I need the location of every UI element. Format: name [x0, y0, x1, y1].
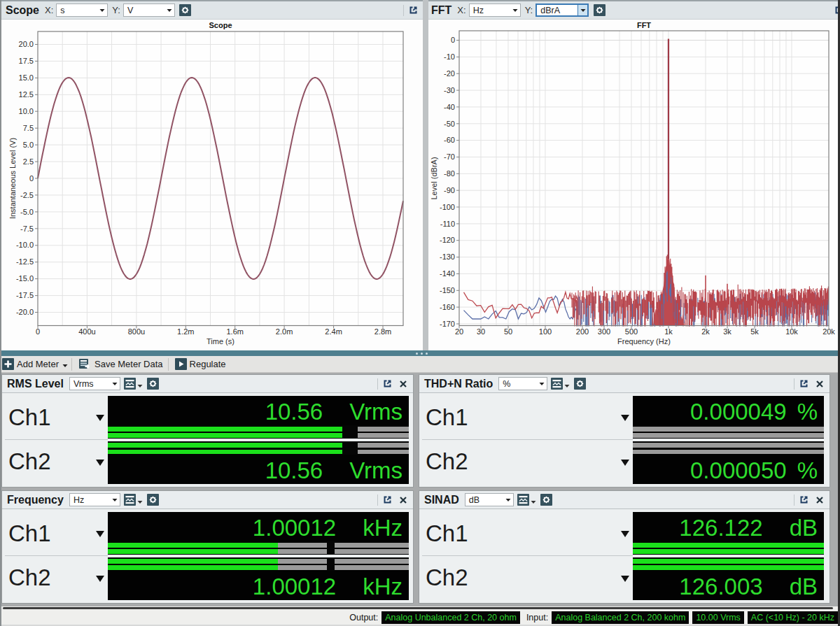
svg-text:0: 0	[36, 327, 40, 336]
svg-text:-5.0: -5.0	[20, 208, 34, 216]
svg-text:800u: 800u	[128, 327, 145, 336]
svg-text:300: 300	[598, 327, 610, 336]
svg-text:3k: 3k	[723, 327, 732, 336]
svg-text:-130: -130	[440, 252, 455, 261]
svg-text:20k: 20k	[822, 327, 835, 336]
svg-text:Level (dBrA): Level (dBrA)	[430, 157, 438, 199]
svg-text:100: 100	[539, 327, 552, 336]
svg-text:-10: -10	[444, 52, 455, 61]
svg-text:50: 50	[504, 327, 512, 336]
svg-text:-10.0: -10.0	[16, 241, 34, 249]
svg-text:-140: -140	[440, 269, 455, 278]
svg-text:-170: -170	[440, 320, 455, 328]
svg-text:400u: 400u	[78, 327, 95, 336]
svg-text:17.5: 17.5	[19, 57, 34, 65]
svg-text:-160: -160	[440, 303, 455, 311]
svg-text:Time (s): Time (s)	[206, 337, 234, 346]
svg-text:10k: 10k	[785, 327, 798, 336]
svg-text:-12.5: -12.5	[16, 257, 34, 266]
svg-text:-17.5: -17.5	[16, 291, 34, 299]
svg-text:2.5: 2.5	[23, 157, 34, 166]
svg-text:2.0m: 2.0m	[276, 327, 293, 336]
svg-text:1k: 1k	[664, 327, 673, 336]
svg-text:0: 0	[29, 174, 34, 183]
svg-text:-80: -80	[444, 169, 455, 178]
svg-text:5k: 5k	[750, 327, 759, 336]
svg-text:-120: -120	[440, 236, 455, 244]
svg-text:-30: -30	[444, 86, 455, 94]
svg-text:7.5: 7.5	[23, 124, 34, 132]
svg-text:-20: -20	[444, 69, 455, 78]
svg-text:-100: -100	[440, 203, 455, 211]
svg-text:2.8m: 2.8m	[374, 327, 391, 336]
svg-text:-150: -150	[440, 286, 455, 294]
svg-text:2k: 2k	[701, 327, 710, 336]
svg-text:1.6m: 1.6m	[226, 327, 243, 336]
svg-text:12.5: 12.5	[19, 90, 34, 99]
svg-text:-2.5: -2.5	[20, 191, 34, 199]
svg-text:-90: -90	[444, 186, 455, 194]
svg-text:Frequency (Hz): Frequency (Hz)	[617, 337, 671, 346]
svg-text:500: 500	[625, 327, 638, 336]
svg-text:-15.0: -15.0	[16, 274, 34, 283]
svg-text:10.0: 10.0	[19, 107, 34, 115]
svg-text:20.0: 20.0	[19, 40, 34, 48]
svg-text:-110: -110	[440, 220, 455, 228]
svg-text:1.2m: 1.2m	[177, 327, 194, 336]
svg-text:-60: -60	[444, 136, 455, 144]
svg-text:Scope: Scope	[209, 21, 232, 29]
svg-text:0: 0	[451, 36, 455, 44]
svg-text:200: 200	[576, 327, 589, 336]
svg-text:-7.5: -7.5	[20, 225, 34, 233]
svg-text:15.0: 15.0	[19, 73, 34, 82]
svg-text:FFT: FFT	[637, 21, 651, 29]
svg-text:-50: -50	[444, 120, 455, 128]
svg-text:30: 30	[477, 327, 485, 336]
svg-text:5.0: 5.0	[23, 141, 34, 149]
svg-text:20: 20	[455, 327, 463, 336]
svg-text:-20.0: -20.0	[16, 308, 34, 316]
svg-text:-40: -40	[444, 103, 455, 111]
svg-text:-70: -70	[444, 152, 455, 161]
svg-text:Instantaneous Level (V): Instantaneous Level (V)	[8, 138, 17, 219]
svg-text:2.4m: 2.4m	[325, 327, 342, 336]
